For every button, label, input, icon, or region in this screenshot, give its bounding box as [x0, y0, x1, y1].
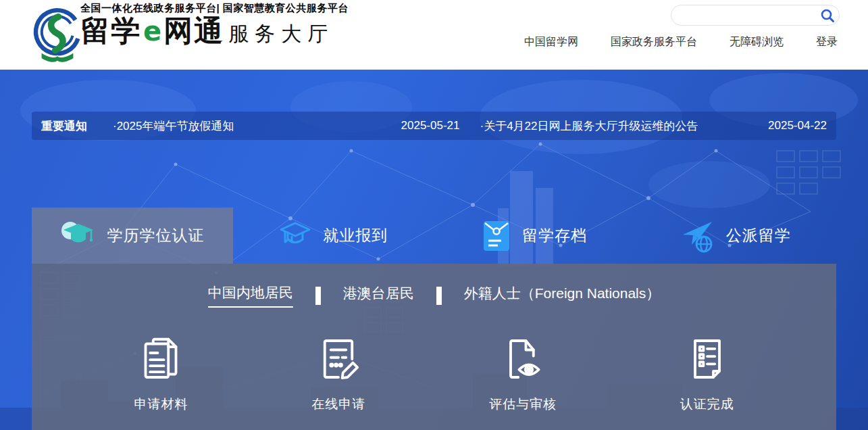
step-label: 评估与审核: [489, 396, 557, 413]
archive-envelope-icon: [482, 220, 511, 252]
nav-accessibility[interactable]: 无障碍浏览: [730, 35, 784, 49]
subtab-divider: [315, 287, 321, 305]
search-input[interactable]: [671, 5, 816, 25]
notice-title[interactable]: ·关于4月22日网上服务大厅升级运维的公告: [480, 118, 698, 134]
review-eye-icon: [499, 335, 547, 383]
tab-label: 就业报到: [323, 225, 388, 246]
notice-item[interactable]: ·关于4月22日网上服务大厅升级运维的公告 2025-04-22: [480, 118, 827, 134]
step-label: 申请材料: [134, 396, 188, 413]
service-tabs: 学历学位认证 就业报到 留学存档: [32, 208, 836, 264]
resident-subtabs: 中国内地居民 港澳台居民 外籍人士（Foreign Nationals）: [32, 264, 836, 308]
notice-label: 重要通知: [41, 118, 113, 134]
plane-globe-icon: [681, 219, 715, 253]
tab-degree-certification[interactable]: 学历学位认证: [32, 208, 233, 264]
title-service-hall: 服务大厅: [224, 20, 334, 48]
study-abroad-service-portal: 全国一体化在线政务服务平台| 国家智慧教育公共服务平台 留学 e 网通 服务大厅…: [0, 0, 868, 430]
header: 全国一体化在线政务服务平台| 国家智慧教育公共服务平台 留学 e 网通 服务大厅…: [0, 0, 868, 70]
title-e: e: [141, 16, 163, 47]
subtab-hk-macao-taiwan-residents[interactable]: 港澳台居民: [343, 284, 414, 307]
certification-complete-icon: [683, 335, 732, 383]
application-materials-icon: [136, 335, 185, 383]
notice-date: 2025-05-21: [401, 119, 460, 133]
search-icon: [820, 8, 835, 23]
tab-government-sponsored-study[interactable]: 公派留学: [635, 208, 836, 264]
notice-bar: 重要通知 ·2025年端午节放假通知 2025-05-21 ·关于4月22日网上…: [32, 112, 836, 140]
step-application-materials[interactable]: 申请材料: [134, 335, 188, 413]
brand-block: 全国一体化在线政务服务平台| 国家智慧教育公共服务平台 留学 e 网通 服务大厅: [80, 2, 349, 48]
step-certification-complete[interactable]: 认证完成: [680, 335, 734, 413]
title-wangtong: 网通: [163, 16, 224, 46]
notice-date: 2025-04-22: [768, 119, 827, 133]
subtab-foreign-nationals[interactable]: 外籍人士（Foreign Nationals）: [464, 284, 661, 307]
site-title: 留学 e 网通 服务大厅: [80, 16, 349, 48]
graduation-cap-icon: [60, 220, 95, 252]
cscse-logo-icon: [30, 4, 84, 66]
nav-login[interactable]: 登录: [816, 35, 838, 49]
subtab-divider: [436, 287, 442, 305]
hero-banner: 重要通知 ·2025年端午节放假通知 2025-05-21 ·关于4月22日网上…: [0, 70, 868, 430]
tab-label: 留学存档: [522, 225, 587, 246]
step-online-application[interactable]: 在线申请: [311, 335, 365, 413]
online-application-icon: [314, 335, 363, 383]
step-label: 在线申请: [311, 396, 365, 413]
tab-label: 公派留学: [726, 225, 791, 246]
process-steps: 申请材料 在线申请: [32, 308, 836, 413]
tab-employment-registration[interactable]: 就业报到: [233, 208, 434, 264]
tab-label: 学历学位认证: [107, 225, 204, 246]
step-review[interactable]: 评估与审核: [489, 335, 557, 413]
step-label: 认证完成: [680, 396, 734, 413]
search-button[interactable]: [816, 5, 839, 25]
notice-title[interactable]: ·2025年端午节放假通知: [113, 118, 234, 134]
title-liuxue: 留学: [80, 16, 141, 46]
search-box: [671, 5, 840, 26]
notice-item[interactable]: ·2025年端午节放假通知 2025-05-21: [113, 118, 460, 134]
nav-national-gov-platform[interactable]: 国家政务服务平台: [611, 35, 697, 49]
top-navigation: 中国留学网 国家政务服务平台 无障碍浏览 登录: [524, 35, 838, 49]
certification-panel: 中国内地居民 港澳台居民 外籍人士（Foreign Nationals）: [32, 264, 836, 430]
subtab-mainland-residents[interactable]: 中国内地居民: [208, 283, 293, 308]
tab-study-abroad-archive[interactable]: 留学存档: [434, 208, 636, 264]
nav-china-study-abroad[interactable]: 中国留学网: [524, 35, 578, 49]
employment-cap-icon: [279, 220, 311, 252]
